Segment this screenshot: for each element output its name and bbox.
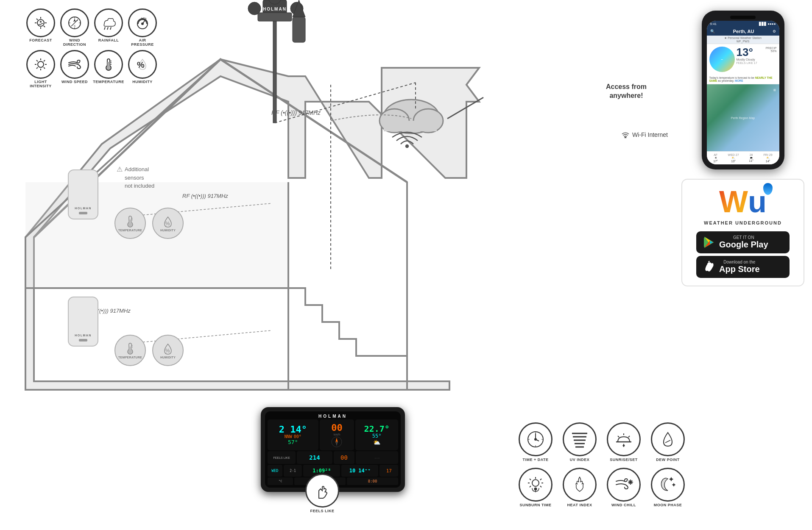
svg-point-28 (406, 145, 408, 147)
wu-logo: W u (687, 186, 798, 217)
svg-point-89 (535, 438, 536, 440)
wu-u-letter: u (748, 186, 767, 217)
phone-condition: Mostly Cloudy (737, 58, 764, 61)
svg-line-105 (665, 440, 670, 443)
wu-drop (763, 183, 773, 195)
feels-like-standalone-label: FEELS LIKE (310, 509, 334, 513)
display-num: 17 (386, 468, 392, 474)
phone-alert: Today's temperature is forecast to be NE… (707, 75, 779, 84)
phone-screen: 9:41 ▊▊▊ ●●●● 🔍 Perth, AU ⚙ ★ Personal W… (707, 21, 779, 164)
display-temp-scale: °C (279, 480, 282, 483)
display-sub1: 57° (288, 439, 298, 445)
display-feels-val: 214 (309, 454, 320, 461)
sunburn-time-label: SUNBURN TIME (520, 503, 552, 507)
app-store-button[interactable]: Download on the App Store (696, 256, 790, 278)
display-time: 1:09²⁸ (313, 468, 331, 474)
display-brand: HOLMAN (268, 414, 398, 419)
humidity-label-lower: HUMIDITY (160, 356, 176, 359)
phone-radial-gauge: ~ (709, 47, 735, 72)
moon-phase-label: MOON PHASE (654, 503, 682, 507)
rf-label-mid: RF (•((•))) 917MHz (182, 193, 228, 199)
svg-rect-21 (384, 121, 437, 131)
wu-box: W u WEATHER UNDERGROUND GET IT ON Google… (681, 179, 804, 286)
humidity-top-label: HUMIDITY (132, 80, 153, 84)
google-play-button[interactable]: GET IT ON Google Play (696, 231, 790, 253)
wind-speed-icon (60, 50, 89, 79)
apple-icon (703, 261, 715, 273)
right-panel: 9:41 ▊▊▊ ●●●● 🔍 Perth, AU ⚙ ★ Personal W… (681, 11, 804, 286)
temperature-top-icon (94, 50, 123, 79)
upper-sensor-circles: TEMPERATURE % HUMIDITY (114, 208, 184, 239)
phone-weather-info: 13° Mostly Cloudy FEELS LIKE 17 (737, 47, 764, 72)
svg-line-100 (618, 436, 619, 437)
uv-index-label: UV INDEX (570, 458, 590, 462)
feels-like-standalone-icon-item: FEELS LIKE (305, 474, 339, 513)
air-pressure-label: AIR PRESSURE (127, 38, 158, 47)
svg-line-46 (107, 27, 108, 30)
dew-point-icon-item: DEW POINT (649, 422, 687, 462)
temp-label-upper: TEMPERATURE (118, 229, 142, 232)
phone-header: 🔍 Perth, AU ⚙ (707, 27, 779, 36)
svg-point-12 (248, 2, 261, 15)
display-misc: - - - (375, 456, 379, 459)
display-val2: 22.7° (364, 425, 390, 433)
phone-mockup: 9:41 ▊▊▊ ●●●● 🔍 Perth, AU ⚙ ★ Personal W… (702, 11, 784, 169)
svg-line-111 (530, 479, 531, 480)
sunrise-set-icon (607, 422, 641, 456)
wind-direction-icon: S (60, 8, 89, 37)
phone-location: Perth, AU (733, 29, 754, 34)
humidity-icon-item: % HUMIDITY (127, 50, 158, 88)
svg-line-61 (44, 60, 45, 61)
svg-point-114 (535, 488, 537, 490)
svg-line-113 (530, 486, 531, 487)
sunrise-set-icon-item: SUNRISE/SET (605, 422, 643, 462)
forecast-icon-item: FORECAST (25, 8, 56, 47)
phone-station: ★ Personal Weather Station WF_PWS (707, 36, 779, 44)
upper-sensor-led (79, 212, 87, 214)
feels-label: FEELS LIKE (273, 456, 290, 459)
display-date: 2-1 (290, 469, 296, 473)
display-day: WED (271, 469, 278, 473)
sensors-text: Additional sensors not included (125, 165, 154, 190)
temp-label-lower: TEMPERATURE (118, 356, 142, 359)
humidity-circle-lower: % HUMIDITY (152, 335, 184, 366)
svg-rect-65 (107, 62, 110, 68)
upper-sensor: HOLMAN (68, 169, 98, 219)
time-date-icon-item: TIME + DATE (516, 422, 555, 462)
moon-phase-icon-item: MOON PHASE (649, 468, 687, 507)
bottom-feature-icons: TIME + DATE UV INDEX (516, 422, 687, 513)
time-date-icon (519, 422, 552, 456)
rf-label-top: RF (•((•))) 917MHz (271, 109, 321, 116)
google-play-sub: GET IT ON (719, 236, 768, 240)
svg-point-50 (142, 23, 143, 25)
wind-chill-label: WIND CHILL (611, 503, 636, 507)
wind-chill-icon (607, 468, 641, 502)
wifi-internet-label: Wi-Fi Internet (621, 131, 668, 138)
wu-w-letter: W (719, 186, 748, 217)
wind-direction-icon-item: S WIND DIRECTION (59, 8, 90, 47)
phone-signal: ▊▊▊ ●●●● (759, 22, 776, 26)
air-pressure-icon-item: hPa AIR PRESSURE (127, 8, 158, 47)
app-store-main: App Store (719, 264, 760, 274)
svg-marker-41 (73, 19, 76, 22)
forecast-icon (26, 8, 55, 37)
wind-speed-icon-item: WIND SPEED (59, 50, 90, 88)
forecast-day-0: AF ☀17° (713, 153, 718, 163)
display-val1: 2 14° (279, 425, 307, 434)
svg-line-62 (36, 67, 38, 69)
app-store-texts: Download on the App Store (719, 260, 760, 274)
phone-map: Perth Region Map ⊞ (707, 84, 779, 151)
rainfall-label: RAINFALL (98, 38, 119, 42)
forecast-day-3: FRI 29 ⛅14° (764, 153, 773, 163)
display-wind-speed: 00 (331, 422, 343, 433)
lower-sensor-led (79, 339, 87, 341)
display-hum: 55° (372, 433, 382, 439)
main-diagram: HOLMAN (0, 0, 812, 530)
svg-text:HOLMAN: HOLMAN (263, 7, 287, 11)
phone-gauge-val: ~ (721, 58, 723, 61)
humidity-circle-upper: % HUMIDITY (152, 208, 184, 239)
svg-text:hPa: hPa (141, 17, 147, 20)
rainfall-icon-item: RAINFALL (93, 8, 124, 47)
uv-index-icon-item: UV INDEX (561, 422, 599, 462)
phone-status-bar: 9:41 ▊▊▊ ●●●● (707, 21, 779, 27)
